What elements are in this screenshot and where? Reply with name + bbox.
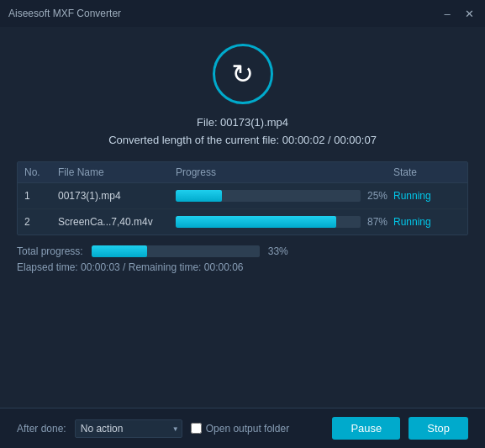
current-file: File: 00173(1).mp4 xyxy=(17,114,468,132)
close-button[interactable]: ✕ xyxy=(461,6,477,21)
total-progress-label: Total progress: xyxy=(17,245,83,257)
total-progress-text: 33% xyxy=(268,245,288,257)
file-info: File: 00173(1).mp4 Converted length of t… xyxy=(17,114,468,150)
main-content: ↺ File: 00173(1).mp4 Converted length of… xyxy=(0,27,485,235)
refresh-arrow-icon: ↺ xyxy=(231,58,254,90)
row1-state: Running xyxy=(393,190,461,202)
window-controls: – ✕ xyxy=(440,6,477,21)
col-state: State xyxy=(393,166,461,178)
row2-state: Running xyxy=(393,216,461,228)
after-done-select[interactable]: No action Open output folder Shut down H… xyxy=(75,419,182,438)
bottom-section: Total progress: 33% Elapsed time: 00:00:… xyxy=(0,235,485,273)
row2-no: 2 xyxy=(24,216,58,228)
icon-area: ↺ xyxy=(17,44,468,104)
row1-filename: 00173(1).mp4 xyxy=(58,190,176,202)
row2-filename: ScreenCa...7,40.m4v xyxy=(58,216,176,228)
row2-progress-bar-bg xyxy=(176,216,361,228)
table-row: 2 ScreenCa...7,40.m4v 87% Running xyxy=(18,209,467,235)
row2-progress-container: 87% xyxy=(176,216,393,228)
col-no: No. xyxy=(24,166,58,178)
col-filename: File Name xyxy=(58,166,176,178)
table-header: No. File Name Progress State xyxy=(18,162,467,183)
table-row: 1 00173(1).mp4 25% Running xyxy=(18,183,467,209)
open-output-checkbox[interactable] xyxy=(191,423,202,434)
title-bar: Aiseesoft MXF Converter – ✕ xyxy=(0,0,485,27)
row1-progress-bar-fill xyxy=(176,190,222,202)
col-progress: Progress xyxy=(176,166,393,178)
open-output-checkbox-wrap[interactable]: Open output folder xyxy=(191,423,289,435)
row2-progress-bar-fill xyxy=(176,216,336,228)
row1-progress-container: 25% xyxy=(176,190,393,202)
minimize-button[interactable]: – xyxy=(440,6,455,21)
file-table: No. File Name Progress State 1 00173(1).… xyxy=(17,161,468,235)
total-progress-bar-fill xyxy=(92,245,147,257)
after-done-label: After done: xyxy=(17,423,66,435)
row1-progress-bar-bg xyxy=(176,190,361,202)
pause-button[interactable]: Pause xyxy=(332,417,400,440)
after-done-select-wrap[interactable]: No action Open output folder Shut down H… xyxy=(75,419,182,438)
elapsed-text: Elapsed time: 00:00:03 / Remaining time:… xyxy=(17,261,244,273)
app-title: Aiseesoft MXF Converter xyxy=(8,8,121,19)
converting-icon: ↺ xyxy=(213,44,273,104)
row1-no: 1 xyxy=(24,190,58,202)
total-progress-row: Total progress: 33% xyxy=(17,245,468,257)
converted-length: Converted length of the current file: 00… xyxy=(17,132,468,150)
action-bar: After done: No action Open output folder… xyxy=(0,408,485,448)
open-output-label: Open output folder xyxy=(206,423,289,435)
stop-button[interactable]: Stop xyxy=(409,417,468,440)
elapsed-row: Elapsed time: 00:00:03 / Remaining time:… xyxy=(17,261,468,273)
total-progress-bar-bg xyxy=(92,245,260,257)
row2-progress-text: 87% xyxy=(367,216,393,228)
row1-progress-text: 25% xyxy=(367,190,393,202)
